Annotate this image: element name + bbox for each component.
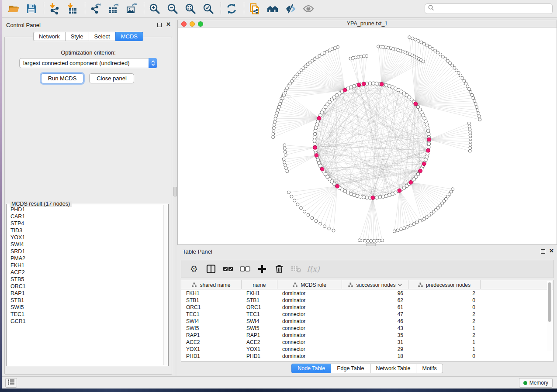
show-columns-icon[interactable]	[204, 262, 218, 275]
column-header-MCDS-role[interactable]: MCDS role	[277, 280, 342, 289]
window-minimize-traffic-light[interactable]	[190, 21, 195, 27]
zoom-selected-icon[interactable]	[202, 2, 215, 15]
table-scrollbar[interactable]	[547, 281, 552, 351]
float-table-panel-icon[interactable]	[541, 249, 545, 254]
zoom-out-icon[interactable]	[166, 2, 179, 15]
tab-select[interactable]: Select	[89, 32, 115, 41]
hide-selected-icon[interactable]	[284, 2, 297, 15]
memory-button[interactable]: Memory	[519, 378, 553, 388]
export-network-icon[interactable]	[89, 2, 102, 15]
table-row[interactable]: SWI5SWI5connector431	[181, 325, 548, 332]
mcds-node-item[interactable]: TEC1	[10, 311, 163, 318]
show-all-icon[interactable]	[302, 2, 315, 15]
horizontal-splitter-handle[interactable]	[366, 243, 376, 246]
delete-table-icon[interactable]	[290, 262, 303, 275]
mcds-node-item[interactable]: ACE2	[10, 269, 163, 276]
column-header-successor-nodes[interactable]: successor nodes	[342, 280, 408, 289]
float-panel-icon[interactable]	[157, 23, 162, 27]
mcds-node-item[interactable]: PHD1	[10, 206, 163, 213]
export-table-icon[interactable]	[107, 2, 120, 15]
table-row[interactable]: PHD1PHD1dominator180	[181, 353, 548, 360]
mcds-node-item[interactable]: SWI4	[10, 241, 163, 248]
open-file-icon[interactable]	[7, 2, 20, 15]
table-cell: dominator	[277, 290, 342, 296]
tab-network[interactable]: Network	[33, 32, 65, 41]
zoom-in-icon[interactable]	[148, 2, 161, 15]
mcds-node-item[interactable]: ORC1	[10, 283, 163, 290]
mcds-node-item[interactable]: TID3	[10, 227, 163, 234]
tab-node-table[interactable]: Node Table	[291, 364, 331, 373]
table-cell: 29	[342, 346, 408, 352]
table-row[interactable]: SWI4SWI4dominator462	[181, 318, 548, 325]
search-input[interactable]	[435, 6, 550, 12]
tab-motifs[interactable]: Motifs	[416, 364, 443, 373]
tab-style[interactable]: Style	[65, 32, 89, 41]
column-header-name[interactable]: name	[242, 280, 277, 289]
window-zoom-traffic-light[interactable]	[198, 21, 203, 27]
optimization-criterion-select[interactable]: largest connected component (undirected)	[19, 58, 157, 68]
table-cell: dominator	[277, 318, 342, 324]
mcds-node-item[interactable]: GCR1	[10, 318, 163, 325]
first-neighbors-icon[interactable]	[266, 2, 279, 15]
delete-column-icon[interactable]	[273, 262, 286, 275]
table-row[interactable]: YOX1YOX1connector291	[181, 346, 548, 353]
zoom-fit-icon[interactable]	[184, 2, 197, 15]
export-image-icon[interactable]	[125, 2, 138, 15]
mcds-node-item[interactable]: YOX1	[10, 234, 163, 241]
table-cell: 35	[342, 332, 408, 338]
table-row[interactable]: RAP1RAP1dominator352	[181, 332, 548, 339]
mcds-node-item[interactable]: SRD1	[10, 248, 163, 255]
column-header-predecessor-nodes[interactable]: predecessor nodes	[408, 280, 481, 289]
clone-network-icon[interactable]	[248, 2, 261, 15]
table-panel-title: Table Panel	[183, 248, 212, 255]
tab-mcds[interactable]: MCDS	[115, 32, 143, 41]
table-row[interactable]: ACE2ACE2connector311	[181, 339, 548, 346]
mcds-node-item[interactable]: SWI5	[10, 304, 163, 311]
import-network-icon[interactable]	[48, 2, 61, 15]
window-close-traffic-light[interactable]	[181, 21, 187, 27]
close-table-panel-icon[interactable]: ✕	[549, 248, 554, 254]
table-row[interactable]: FKH1FKH1dominator962	[181, 290, 548, 297]
show-panels-button[interactable]	[5, 378, 17, 388]
tab-network-table[interactable]: Network Table	[370, 364, 416, 373]
mcds-node-item[interactable]: RAP1	[10, 290, 163, 297]
column-header-shared-name[interactable]: shared name	[181, 280, 242, 289]
table-toolbar: ⚙ f(x)	[181, 260, 554, 278]
vertical-splitter-handle[interactable]	[173, 187, 177, 196]
close-panel-button[interactable]: Close panel	[89, 73, 134, 83]
run-mcds-button[interactable]: Run MCDS	[41, 73, 83, 83]
table-cell: ACE2	[242, 339, 277, 345]
mcds-node-item[interactable]: CAR1	[10, 213, 163, 220]
select-all-icon[interactable]	[221, 262, 235, 275]
table-cell: 0	[408, 353, 481, 359]
table-row[interactable]: ORC1ORC1dominator610	[181, 304, 548, 311]
desktop-wallpaper-bottom	[0, 389, 557, 392]
import-table-icon[interactable]	[66, 2, 79, 15]
search-box[interactable]	[425, 3, 553, 14]
table-scrollbar-thumb[interactable]	[548, 282, 551, 322]
mcds-node-item[interactable]: STB5	[10, 276, 163, 283]
mcds-node-item[interactable]: STB1	[10, 297, 163, 304]
save-session-icon[interactable]	[25, 2, 38, 15]
mcds-result-list[interactable]: PHD1CAR1STP4TID3YOX1SWI4SRD1PMA2FKH1ACE2…	[7, 206, 163, 365]
mcds-list-scrollbar[interactable]	[163, 205, 167, 365]
function-builder-icon[interactable]: f(x)	[307, 262, 320, 275]
table-cell: dominator	[277, 353, 342, 359]
table-settings-icon[interactable]: ⚙	[187, 262, 201, 275]
apply-layout-icon[interactable]	[225, 2, 238, 15]
tab-edge-table[interactable]: Edge Table	[331, 364, 370, 373]
toolbar-separator	[221, 2, 221, 15]
close-panel-icon[interactable]: ✕	[166, 21, 171, 28]
table-cell: 2	[408, 290, 481, 296]
network-window-titlebar[interactable]: YPA_prune.txt_1	[178, 20, 557, 28]
table-row[interactable]: TEC1TEC1connector472	[181, 311, 548, 318]
create-column-icon[interactable]	[256, 262, 269, 275]
table-row[interactable]: STB1STB1dominator620	[181, 297, 548, 304]
network-canvas[interactable]	[178, 28, 557, 244]
mcds-node-item[interactable]: PMA2	[10, 255, 163, 262]
deselect-all-icon[interactable]	[239, 262, 252, 275]
mcds-node-item[interactable]: FKH1	[10, 262, 163, 269]
mcds-node-item[interactable]: STP4	[10, 220, 163, 227]
control-panel-title: Control Panel	[6, 22, 41, 28]
selected-option-label: largest connected component (undirected)	[20, 60, 149, 66]
